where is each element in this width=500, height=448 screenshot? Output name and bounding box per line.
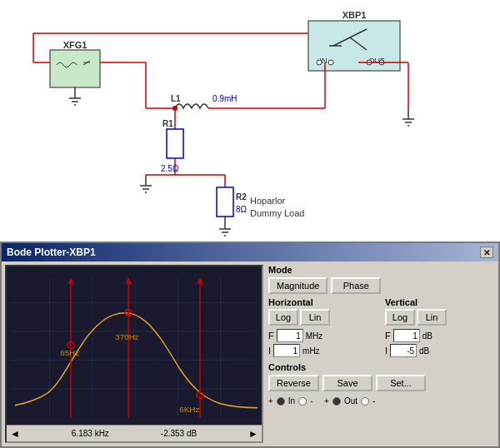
svg-point-59 bbox=[172, 106, 178, 111]
v-i-input[interactable] bbox=[390, 344, 417, 357]
v-i-unit: dB bbox=[419, 346, 442, 356]
in-plus-radio[interactable] bbox=[277, 397, 285, 406]
svg-point-23 bbox=[328, 60, 333, 65]
svg-text:6KHz: 6KHz bbox=[179, 405, 199, 414]
status-freq: 6.183 kHz bbox=[72, 429, 109, 438]
v-lin-button[interactable]: Lin bbox=[417, 309, 447, 326]
out-minus-radio[interactable] bbox=[361, 397, 369, 406]
v-f-unit: dB bbox=[422, 331, 446, 341]
svg-rect-1 bbox=[50, 50, 100, 87]
svg-rect-39 bbox=[167, 129, 183, 158]
circuit-area: XFG1 IN OUT XBP1 bbox=[0, 0, 500, 241]
svg-text:Hoparlor: Hoparlor bbox=[250, 196, 286, 206]
mode-section: Mode Magnitude Phase bbox=[268, 265, 495, 294]
reverse-button[interactable]: Reverse bbox=[268, 375, 319, 391]
h-f-label: F bbox=[268, 331, 274, 341]
controls-label: Controls bbox=[268, 362, 495, 372]
v-f-label: F bbox=[385, 331, 391, 341]
svg-text:0.9mH: 0.9mH bbox=[212, 94, 237, 103]
vertical-label: Vertical bbox=[385, 297, 495, 307]
bode-titlebar: Bode Plotter-XBP1 ✕ bbox=[2, 243, 498, 261]
phase-button[interactable]: Phase bbox=[331, 277, 381, 294]
svg-text:R1: R1 bbox=[162, 119, 173, 128]
nav-right[interactable]: ► bbox=[248, 428, 258, 440]
bode-close-button[interactable]: ✕ bbox=[480, 246, 493, 258]
minus-out-label: - bbox=[372, 396, 375, 406]
horizontal-section: Horizontal Log Lin F MHz I mHz bbox=[268, 297, 378, 359]
horizontal-label: Horizontal bbox=[268, 297, 378, 307]
vertical-section: Vertical Log Lin F dB I dB bbox=[385, 297, 495, 359]
v-f-input[interactable] bbox=[393, 329, 420, 342]
plus-out-label: + bbox=[324, 396, 329, 406]
controls-panel: Mode Magnitude Phase Horizontal Log Lin … bbox=[268, 265, 495, 443]
bode-plot: 65Hz 370Hz 6KHz ◄ 6.183 kHz -2.353 dB ► bbox=[5, 265, 263, 443]
svg-text:XFG1: XFG1 bbox=[63, 40, 88, 50]
plus-in-label: + bbox=[268, 396, 273, 406]
svg-text:2.5Ω: 2.5Ω bbox=[161, 164, 179, 173]
out-plus-radio[interactable] bbox=[332, 397, 341, 406]
h-log-button[interactable]: Log bbox=[268, 309, 298, 326]
svg-text:8Ω: 8Ω bbox=[236, 205, 248, 214]
h-f-unit: MHz bbox=[306, 331, 329, 341]
in-label: In bbox=[288, 396, 295, 406]
bode-plotter-window: Bode Plotter-XBP1 ✕ bbox=[0, 241, 500, 448]
svg-text:L1: L1 bbox=[171, 94, 181, 103]
v-log-button[interactable]: Log bbox=[385, 309, 415, 326]
v-i-label: I bbox=[385, 346, 388, 356]
mode-label: Mode bbox=[268, 265, 495, 275]
io-row: + In - + Out - bbox=[268, 396, 495, 406]
svg-text:370Hz: 370Hz bbox=[115, 332, 139, 341]
plot-status-bar: ◄ 6.183 kHz -2.353 dB ► bbox=[7, 425, 262, 441]
controls-section: Controls Reverse Save Set... bbox=[268, 362, 495, 391]
nav-left[interactable]: ◄ bbox=[10, 428, 20, 440]
h-i-label: I bbox=[268, 346, 271, 356]
svg-rect-45 bbox=[217, 187, 233, 217]
h-i-unit: mHz bbox=[302, 346, 326, 356]
minus-in-label: - bbox=[310, 396, 312, 406]
h-i-input[interactable] bbox=[273, 344, 300, 357]
out-label: Out bbox=[344, 396, 358, 406]
h-f-input[interactable] bbox=[277, 329, 303, 342]
svg-rect-60 bbox=[7, 274, 262, 434]
bode-title: Bode Plotter-XBP1 bbox=[7, 246, 96, 258]
status-db: -2.353 dB bbox=[161, 429, 197, 438]
save-button[interactable]: Save bbox=[322, 375, 372, 391]
hz-v-section: Horizontal Log Lin F MHz I mHz bbox=[268, 297, 495, 359]
svg-text:XBP1: XBP1 bbox=[342, 10, 367, 20]
h-lin-button[interactable]: Lin bbox=[300, 309, 330, 326]
svg-text:Dummy Load: Dummy Load bbox=[250, 208, 304, 218]
svg-text:R2: R2 bbox=[236, 192, 247, 202]
in-minus-radio[interactable] bbox=[298, 397, 307, 406]
svg-point-22 bbox=[317, 60, 322, 65]
magnitude-button[interactable]: Magnitude bbox=[268, 277, 328, 294]
svg-text:65Hz: 65Hz bbox=[60, 348, 79, 357]
set-button[interactable]: Set... bbox=[376, 375, 426, 391]
